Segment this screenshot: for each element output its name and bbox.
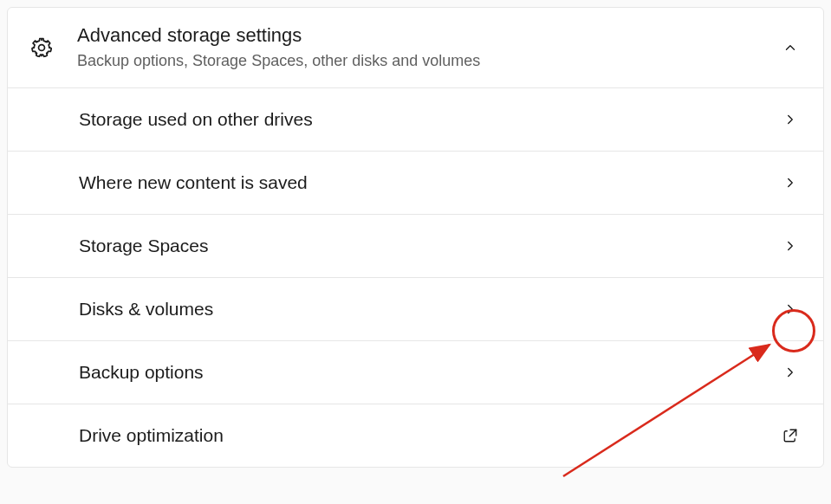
item-where-new-content[interactable]: Where new content is saved [8,152,823,215]
item-label: Storage used on other drives [79,109,780,130]
external-link-icon [780,425,801,446]
item-label: Storage Spaces [79,236,780,256]
chevron-right-icon [780,362,801,383]
header-title: Advanced storage settings [77,23,780,48]
chevron-right-icon [780,109,801,130]
chevron-right-icon [780,299,801,320]
item-label: Backup options [79,362,780,383]
item-label: Drive optimization [79,425,780,446]
item-drive-optimization[interactable]: Drive optimization [8,404,823,467]
chevron-right-icon [780,236,801,256]
item-storage-other-drives[interactable]: Storage used on other drives [8,88,823,152]
svg-point-0 [39,44,45,50]
chevron-right-icon [780,172,801,193]
gear-icon [30,36,53,59]
item-label: Disks & volumes [79,299,780,320]
item-disks-volumes[interactable]: Disks & volumes [8,278,823,341]
item-label: Where new content is saved [79,172,780,193]
advanced-storage-panel: Advanced storage settings Backup options… [7,7,824,468]
header-subtitle: Backup options, Storage Spaces, other di… [77,50,780,72]
item-backup-options[interactable]: Backup options [8,341,823,404]
item-storage-spaces[interactable]: Storage Spaces [8,215,823,278]
header-text-block: Advanced storage settings Backup options… [77,23,780,72]
chevron-up-icon [780,37,801,58]
advanced-storage-header[interactable]: Advanced storage settings Backup options… [8,8,823,88]
